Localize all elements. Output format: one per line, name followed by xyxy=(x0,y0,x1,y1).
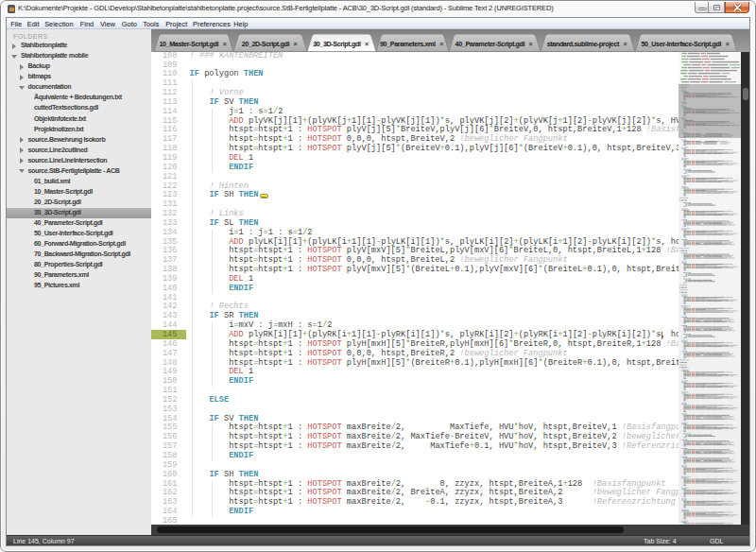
svg-text:40_Parameter-Script.gdl×: 40_Parameter-Script.gdl× xyxy=(455,40,533,48)
svg-text:30_3D-Script.gdl×: 30_3D-Script.gdl× xyxy=(313,40,369,48)
svg-text:standard.sublime-project×: standard.sublime-project× xyxy=(547,40,627,48)
svg-text:20_2D-Script.gdl×: 20_2D-Script.gdl× xyxy=(242,40,298,48)
svg-text:50_User-Interface-Script.gdl×: 50_User-Interface-Script.gdl× xyxy=(642,40,730,48)
svg-text:10_Master-Script.gdl×: 10_Master-Script.gdl× xyxy=(159,40,226,48)
svg-text:90_Parameters.xml×: 90_Parameters.xml× xyxy=(380,40,443,48)
